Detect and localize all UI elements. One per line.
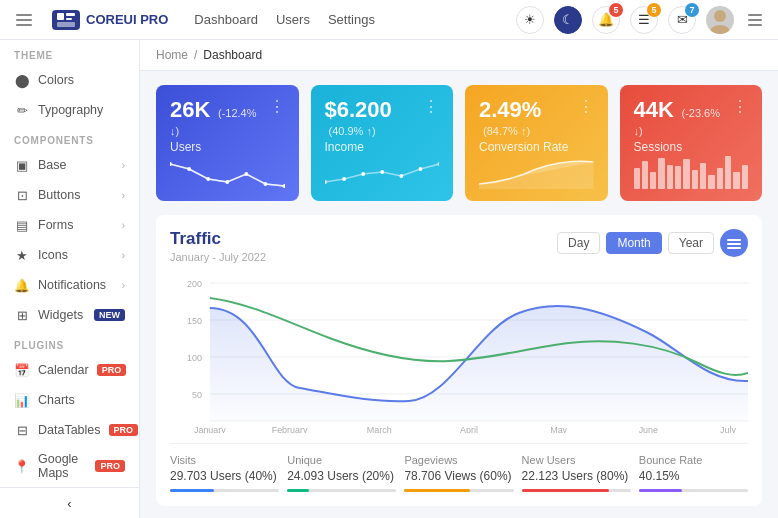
base-icon: ▣ <box>14 157 30 173</box>
traffic-controls: Day Month Year <box>557 229 748 257</box>
stat-card-top: $6.200 (40.9% ↑) Income ⋮ <box>325 97 440 154</box>
breadcrumb-home[interactable]: Home <box>156 48 188 62</box>
mail-btn[interactable]: ✉ 7 <box>668 6 696 34</box>
svg-point-14 <box>342 177 346 181</box>
stat-card-sessions: 44K (-23.6% ↓) Sessions ⋮ <box>620 85 763 201</box>
traffic-chart: 200 150 100 50 January February March Ap… <box>170 273 748 433</box>
logo-text: COREUI PRO <box>86 12 168 27</box>
stat-card-chart <box>325 154 440 189</box>
stat-card-users: 26K (-12.4% ↓) Users ⋮ <box>156 85 299 201</box>
svg-rect-22 <box>727 247 741 249</box>
nav-settings[interactable]: Settings <box>328 12 375 27</box>
stat-card-top: 2.49% (84.7% ↑) Conversion Rate ⋮ <box>479 97 594 154</box>
list-btn[interactable]: ☰ 5 <box>630 6 658 34</box>
chart-stat-label: Unique <box>287 454 396 466</box>
svg-point-6 <box>170 162 172 166</box>
sidebar-item-base[interactable]: ▣ Base › <box>0 150 139 180</box>
stat-card-menu[interactable]: ⋮ <box>732 97 748 116</box>
svg-point-19 <box>437 162 439 166</box>
sidebar: THEME ⬤ Colors ✏ Typography COMPONENTS ▣… <box>0 40 140 518</box>
icons-icon: ★ <box>14 247 30 263</box>
sidebar-collapse-btn[interactable]: ‹ <box>0 487 139 518</box>
sidebar-item-label: DataTables <box>38 423 101 437</box>
stat-card-menu[interactable]: ⋮ <box>423 97 439 116</box>
sidebar-item-label: Base <box>38 158 114 172</box>
pro-badge: PRO <box>109 424 139 436</box>
traffic-header: Traffic January - July 2022 Day Month Ye… <box>170 229 748 263</box>
sidebar-item-forms[interactable]: ▤ Forms › <box>0 210 139 240</box>
svg-point-7 <box>187 167 191 171</box>
chart-stat-bar <box>404 489 513 492</box>
sidebar-item-calendar[interactable]: 📅 Calendar PRO <box>0 355 139 385</box>
chevron-icon: › <box>122 280 125 291</box>
sidebar-item-colors[interactable]: ⬤ Colors <box>0 65 139 95</box>
topbar-nav: Dashboard Users Settings <box>184 12 500 27</box>
svg-text:July: July <box>720 425 736 433</box>
sidebar-item-typography[interactable]: ✏ Typography <box>0 95 139 125</box>
chevron-icon: › <box>122 160 125 171</box>
sidebar-item-icons[interactable]: ★ Icons › <box>0 240 139 270</box>
stat-card-change: (40.9% ↑) <box>329 125 376 137</box>
chart-stat-value: 78.706 Views (60%) <box>404 469 513 483</box>
new-badge: NEW <box>94 309 125 321</box>
svg-point-5 <box>710 25 730 34</box>
list-badge: 5 <box>647 3 661 17</box>
sidebar-toggle[interactable] <box>12 10 36 30</box>
traffic-title: Traffic <box>170 229 266 249</box>
period-day-btn[interactable]: Day <box>557 232 600 254</box>
stat-cards: 26K (-12.4% ↓) Users ⋮ <box>156 85 762 201</box>
layout: THEME ⬤ Colors ✏ Typography COMPONENTS ▣… <box>0 40 778 518</box>
svg-rect-21 <box>727 243 741 245</box>
user-avatar[interactable] <box>706 6 734 34</box>
datatables-icon: ⊟ <box>14 422 30 438</box>
stat-card-header: 2.49% (84.7% ↑) Conversion Rate <box>479 97 578 154</box>
stat-card-menu[interactable]: ⋮ <box>578 97 594 116</box>
sidebar-item-buttons[interactable]: ⊡ Buttons › <box>0 180 139 210</box>
svg-text:April: April <box>460 425 478 433</box>
chart-stat-bar <box>170 489 279 492</box>
theme-moon-btn[interactable]: ☾ <box>554 6 582 34</box>
svg-point-11 <box>264 182 268 186</box>
plugins-section-label: PLUGINS <box>0 330 139 355</box>
notification-badge: 5 <box>609 3 623 17</box>
widgets-icon: ⊞ <box>14 307 30 323</box>
notifications-btn[interactable]: 🔔 5 <box>592 6 620 34</box>
chart-stat-bar <box>522 489 631 492</box>
chart-stat-label: Visits <box>170 454 279 466</box>
chart-stat-value: 22.123 Users (80%) <box>522 469 631 483</box>
svg-point-18 <box>418 167 422 171</box>
chart-options-btn[interactable] <box>720 229 748 257</box>
sidebar-item-label: Google Maps <box>38 452 87 480</box>
stat-card-menu[interactable]: ⋮ <box>269 97 285 116</box>
svg-text:June: June <box>639 425 658 433</box>
svg-text:50: 50 <box>192 390 202 400</box>
chart-stat-value: 29.703 Users (40%) <box>170 469 279 483</box>
sidebar-item-datatables[interactable]: ⊟ DataTables PRO <box>0 415 139 445</box>
sidebar-item-widgets[interactable]: ⊞ Widgets NEW <box>0 300 139 330</box>
nav-dashboard[interactable]: Dashboard <box>194 12 258 27</box>
nav-users[interactable]: Users <box>276 12 310 27</box>
chevron-icon: › <box>122 190 125 201</box>
chart-stat-bounce: Bounce Rate 40.15% <box>639 454 748 492</box>
period-month-btn[interactable]: Month <box>606 232 661 254</box>
theme-sun-btn[interactable]: ☀ <box>516 6 544 34</box>
sidebar-item-charts[interactable]: 📊 Charts <box>0 385 139 415</box>
stat-card-label: Sessions <box>634 140 733 154</box>
stat-card-label: Users <box>170 140 269 154</box>
stat-card-income: $6.200 (40.9% ↑) Income ⋮ <box>311 85 454 201</box>
app-grid-btn[interactable] <box>744 10 766 30</box>
stat-card-value: 44K <box>634 97 674 122</box>
sidebar-item-label: Notifications <box>38 278 114 292</box>
period-year-btn[interactable]: Year <box>668 232 714 254</box>
sidebar-item-googlemaps[interactable]: 📍 Google Maps PRO <box>0 445 139 487</box>
svg-point-13 <box>325 180 327 184</box>
logo: COREUI PRO <box>52 10 168 30</box>
svg-text:March: March <box>367 425 392 433</box>
googlemaps-icon: 📍 <box>14 458 30 474</box>
sidebar-item-notifications[interactable]: 🔔 Notifications › <box>0 270 139 300</box>
svg-point-4 <box>714 10 726 22</box>
sidebar-item-label: Icons <box>38 248 114 262</box>
chart-stat-label: Pageviews <box>404 454 513 466</box>
pro-badge: PRO <box>97 364 127 376</box>
svg-rect-2 <box>66 18 72 20</box>
